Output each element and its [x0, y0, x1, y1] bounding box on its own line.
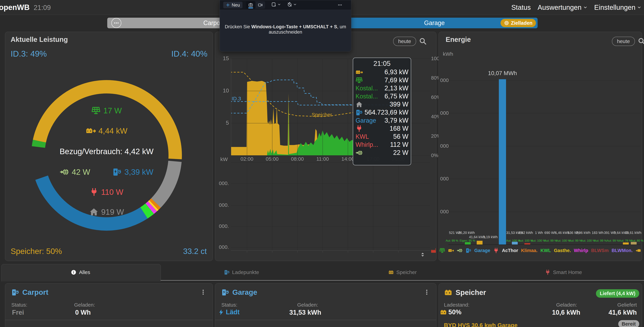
snip-shape-dropdown[interactable]: [271, 2, 281, 7]
energy-mini-bar: [524, 243, 530, 245]
tooltip-row: Kostal...6,75 kW: [353, 92, 411, 100]
tooltip-row: 22 W: [353, 149, 411, 157]
tab-bar: AllesLadepunkteSpeicherSmart Home: [0, 264, 644, 281]
chevron-down-icon: [637, 5, 641, 9]
ev-charger-icon: [11, 289, 19, 296]
storage-card-title: Speicher: [456, 289, 486, 297]
garage-card-title[interactable]: Garage: [232, 288, 257, 297]
tab-ladepunkte[interactable]: Ladepunkte: [161, 264, 322, 281]
legend-item[interactable]: [430, 248, 436, 254]
carport-menu-button[interactable]: [111, 18, 121, 28]
soc-label: Ladestand:: [444, 302, 469, 308]
tab-smart-home[interactable]: Smart Home: [483, 264, 644, 281]
plug-icon: [493, 248, 499, 254]
snip-toolbar: Neu: [220, 0, 351, 10]
battery-out-icon: [86, 126, 96, 136]
chevron-down-icon: [293, 3, 297, 6]
y-unit-label: kW: [220, 156, 228, 162]
legend-item[interactable]: Gasthe.: [554, 248, 571, 253]
charger-icon: [466, 248, 471, 254]
nav-status[interactable]: Status: [511, 3, 531, 11]
pct-tick: 0%: [431, 153, 438, 158]
sort-icon[interactable]: [420, 252, 426, 258]
export-charge-row: 42 W 3,39 kW: [60, 162, 154, 182]
legend-item[interactable]: BLWSm: [591, 248, 609, 253]
legend-item[interactable]: [457, 248, 462, 254]
legend-item[interactable]: AcThor: [502, 248, 518, 253]
tooltip-row: Garage3,79 kW: [353, 116, 411, 124]
power-card: Aktuelle Leistung ID.3: 49% ID.4: 40% 17…: [5, 32, 213, 261]
factory-icon: [430, 248, 436, 254]
snip-hint-text: Drücken Sie Windows-Logo-Taste + UMSCHAL…: [220, 24, 351, 35]
zielladen-badge[interactable]: Zielladen: [500, 19, 536, 27]
house-row: 919 W: [89, 202, 124, 222]
battery-discharge-row: 4,44 kW: [86, 121, 128, 141]
gauge-center: 17 W 4,44 kW Bezug/Verbrauch: 4,42 kW 42…: [5, 100, 208, 222]
legend-item[interactable]: Whirlp: [574, 248, 588, 253]
energy-value-label: 1,19 kWh: [478, 235, 502, 239]
energy-legend: GarageAcThorKlimaa.KWLGasthe.WhirlpBLWSm…: [439, 248, 642, 254]
x-tick: 02:00: [237, 156, 257, 162]
energy-aut-label: Eigen: 95 %: [456, 239, 480, 243]
legend-item[interactable]: Garage: [474, 248, 490, 253]
app-brand[interactable]: openWB: [0, 3, 30, 12]
batt-out-icon: [448, 248, 454, 254]
charged-label: Geladen:: [74, 302, 95, 308]
storage-soc: Speicher: 50%: [11, 247, 62, 256]
energy-y-tick: 2.000: [440, 209, 449, 215]
house-icon: [89, 207, 98, 217]
house-icon: [356, 101, 363, 108]
nav-einstellungen[interactable]: Einstellungen: [594, 3, 641, 11]
lower-y-tick: .000: [218, 244, 229, 250]
search-icon[interactable]: [638, 37, 644, 45]
range-button[interactable]: heute: [393, 37, 416, 46]
snipping-tool-overlay: Neu Drücken Sie Windows: [220, 0, 351, 51]
globe-out-icon: [457, 248, 462, 254]
legend-item[interactable]: [493, 248, 499, 254]
chevron-down-icon: [583, 5, 587, 9]
legend-item[interactable]: BLWMon.: [612, 248, 633, 253]
snip-timer-dropdown[interactable]: [287, 2, 297, 7]
legend-item[interactable]: [466, 248, 471, 254]
rectangle-select-icon: [271, 2, 276, 7]
legend-item[interactable]: [439, 248, 445, 254]
video-camera-icon: [258, 2, 263, 7]
more-options-icon[interactable]: [338, 2, 342, 7]
solar-panel-icon: [91, 106, 100, 115]
chargebar-garage[interactable]: Garage Zielladen: [331, 18, 538, 28]
snip-new-button[interactable]: Neu: [223, 2, 242, 8]
charger-icon: [356, 109, 363, 116]
kebab-menu-icon[interactable]: [200, 289, 206, 296]
soc-value: 50%: [440, 309, 462, 316]
legend-item[interactable]: [448, 248, 454, 254]
energy-main-bar: [499, 79, 506, 245]
carport-card-title[interactable]: Carport: [22, 288, 48, 297]
carport-card: Carport Status: Frei Geladen: 0 Wh: [5, 283, 213, 327]
snip-video-mode-button[interactable]: [256, 1, 265, 9]
chart-tooltip: 21:05 6,93 kW7,69 kWKostal...2,13 kWKost…: [353, 58, 411, 165]
legend-item[interactable]: Klimaa.: [521, 248, 538, 253]
delivered-label: Geliefert: [618, 302, 637, 308]
tab-speicher[interactable]: Speicher: [322, 264, 483, 281]
grid-export-icon: [60, 167, 69, 177]
search-icon[interactable]: [419, 37, 426, 45]
charger-icon: [224, 269, 230, 275]
range-button[interactable]: heute: [612, 37, 635, 46]
plug-icon: [90, 188, 98, 196]
energy-aut-label: Aut: 80 %: [625, 239, 644, 243]
grid-consumption-row: Bezug/Verbrauch: 4,42 kW: [60, 141, 154, 162]
legend-item[interactable]: KWL: [540, 248, 551, 253]
electricity-price[interactable]: 33.2 ct: [183, 247, 207, 256]
clock: 21:09: [34, 4, 51, 11]
y-unit-label: kWh: [443, 51, 453, 57]
kebab-menu-icon[interactable]: [424, 289, 430, 296]
energy-card: Energie heute kWh 10,07 MWh GarageAcThor…: [438, 32, 642, 261]
tab-alles[interactable]: Alles: [0, 264, 161, 281]
delivered-value: 41,6 kWh: [608, 309, 637, 316]
legend-item[interactable]: [636, 248, 642, 254]
tooltip-row: Whirlp...112 W: [353, 141, 411, 149]
smarthome-row: 110 W: [90, 182, 124, 202]
snip-mode-group: [246, 1, 265, 9]
snip-photo-mode-button[interactable]: [246, 1, 256, 9]
nav-auswertungen[interactable]: Auswertungen: [538, 3, 587, 11]
